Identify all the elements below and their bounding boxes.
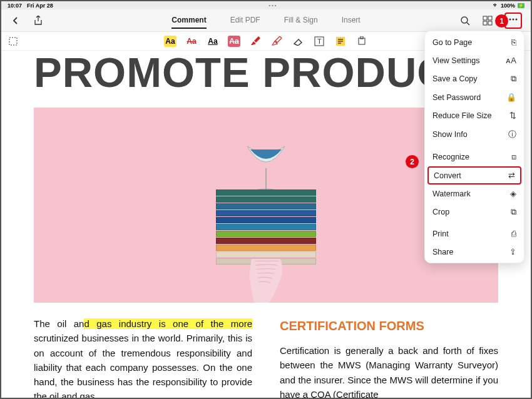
highlighter-red-icon[interactable] <box>249 36 262 47</box>
svg-text:T: T <box>317 38 322 45</box>
svg-rect-2 <box>488 16 492 20</box>
textbox-icon[interactable]: T <box>313 36 325 47</box>
highlighter-outline-icon[interactable] <box>270 36 283 47</box>
svg-point-5 <box>509 18 511 20</box>
svg-rect-1 <box>483 16 487 20</box>
svg-point-0 <box>461 17 468 23</box>
tab-edit-pdf[interactable]: Edit PDF <box>230 13 260 29</box>
highlight-text-tool[interactable]: Aa <box>164 36 176 47</box>
svg-point-7 <box>516 18 518 20</box>
menu-convert[interactable]: Convert⇄ <box>427 166 521 184</box>
textsize-icon: ᴀA <box>506 56 516 65</box>
book-stack <box>216 189 316 265</box>
tab-fill-sign[interactable]: Fill & Sign <box>284 13 318 29</box>
print-icon: ⎙ <box>511 229 516 238</box>
crop-icon: ⧉ <box>511 207 516 217</box>
menu-crop[interactable]: Crop⧉ <box>425 203 524 221</box>
thumbnails-icon[interactable] <box>482 15 493 26</box>
callout-2: 2 <box>406 155 419 168</box>
column-right: CERTIFICATION FORMS Certification is gen… <box>280 316 498 399</box>
share-export-icon[interactable] <box>33 15 44 26</box>
search-icon[interactable] <box>459 15 471 26</box>
tab-insert[interactable]: Insert <box>342 13 361 29</box>
status-time: 10:07 <box>8 3 22 9</box>
info-icon: ⓘ <box>508 129 516 140</box>
highlighted-text: d gas industry is <box>84 318 173 329</box>
menu-view-settings[interactable]: View SettingsᴀA <box>425 51 524 69</box>
glass-illustration <box>241 140 291 196</box>
menu-go-to-page[interactable]: Go to Page⎘ <box>425 33 524 51</box>
stamp-icon[interactable] <box>356 36 368 47</box>
battery-text: 100% <box>501 3 515 9</box>
note-icon[interactable] <box>334 36 347 47</box>
menu-show-info[interactable]: Show Infoⓘ <box>425 124 524 144</box>
multitask-dots[interactable]: ••• <box>53 3 493 8</box>
watermark-icon: ◈ <box>510 189 516 198</box>
column-left: The oil and gas industry is one of the m… <box>34 316 252 399</box>
menu-save-copy[interactable]: Save a Copy⧉ <box>425 69 524 88</box>
wifi-icon: ᯤ <box>493 3 498 8</box>
tab-comment[interactable]: Comment <box>171 13 206 29</box>
menu-share[interactable]: Share⇪ <box>425 243 524 261</box>
hand-illustration <box>225 259 307 303</box>
section-heading: CERTIFICATION FORMS <box>280 316 498 336</box>
lock-icon: 🔒 <box>506 93 516 102</box>
battery-icon: ⚡ <box>518 3 524 8</box>
eraser-icon[interactable] <box>292 36 304 47</box>
compress-icon: ⇅ <box>509 111 516 120</box>
underlined-text: oil and gas <box>49 391 95 399</box>
recognize-icon: ⧈ <box>511 152 516 162</box>
highlighted-text: one of the more <box>173 318 252 329</box>
squiggly-tool[interactable]: Aa <box>228 36 240 47</box>
top-toolbar: Comment Edit PDF Fill & Sign Insert <box>1 9 531 32</box>
svg-rect-3 <box>483 21 487 25</box>
menu-print[interactable]: Print⎙ <box>425 225 524 243</box>
status-date: Fri Apr 28 <box>27 3 53 9</box>
menu-reduce-size[interactable]: Reduce File Size⇅ <box>425 106 524 124</box>
underline-tool[interactable]: Aa <box>207 36 219 47</box>
svg-point-6 <box>513 18 514 20</box>
strikethrough-tool[interactable]: Aa <box>185 36 198 47</box>
menu-recognize[interactable]: Recognize⧈ <box>425 148 524 166</box>
share-icon: ⇪ <box>509 247 516 256</box>
callout-1: 1 <box>495 14 508 28</box>
body-text: Certification is generally a back and fo… <box>280 345 498 399</box>
back-button[interactable] <box>10 15 21 26</box>
copy-icon: ⧉ <box>511 74 516 84</box>
menu-watermark[interactable]: Watermark◈ <box>425 184 524 203</box>
convert-icon: ⇄ <box>508 171 515 180</box>
tab-bar: Comment Edit PDF Fill & Sign Insert <box>1 13 531 29</box>
more-dropdown: Go to Page⎘ View SettingsᴀA Save a Copy⧉… <box>424 31 524 263</box>
page-icon: ⎘ <box>511 38 516 47</box>
menu-set-password[interactable]: Set Password🔒 <box>425 88 524 106</box>
status-bar: 10:07 Fri Apr 28 ••• ᯤ 100% ⚡ <box>1 1 531 9</box>
svg-rect-4 <box>488 21 492 25</box>
